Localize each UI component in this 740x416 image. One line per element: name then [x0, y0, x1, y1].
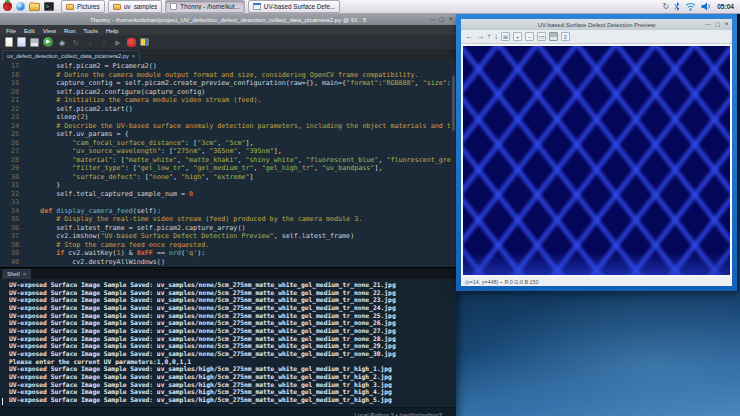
web-browser-icon[interactable] [16, 2, 25, 11]
code-line-38: 38 # Stop the camera feed once requested… [0, 241, 456, 250]
pan-down-icon[interactable]: ↓ [494, 33, 498, 41]
shell-output[interactable]: UV-exposed Surface Image Sample Saved: u… [0, 279, 456, 407]
code-line-25: 25 self.uv_params = { [0, 130, 456, 139]
wifi-icon[interactable] [685, 2, 696, 11]
menu-item-view[interactable]: View [39, 27, 60, 34]
file-manager-icon[interactable] [29, 3, 40, 11]
code-text: cv2.destroyAllWindows() [24, 258, 456, 267]
stop-script-icon[interactable] [127, 38, 136, 47]
minimize-icon[interactable]: — [429, 17, 435, 23]
menu-item-edit[interactable]: Edit [20, 27, 39, 34]
close-icon[interactable]: ✕ [724, 22, 729, 28]
code-text: if cv2.waitKey(1) & 0xFF == ord('q'): [24, 249, 456, 258]
step-over-icon[interactable]: ↻ [71, 37, 81, 47]
shell-line: UV-exposed Surface Image Sample Saved: u… [9, 373, 456, 381]
line-number: 37 [0, 232, 24, 241]
tab-close-icon[interactable]: × [132, 53, 136, 59]
shell-line: Please enter the current UV parameters:1… [9, 358, 456, 366]
code-line-19: 19 capture_config = self.picam2.create_p… [0, 79, 456, 88]
thonny-window-controls: — ▢ ✕ [429, 14, 453, 25]
taskbar-window-label: Pictures [77, 3, 100, 10]
close-icon[interactable]: ✕ [448, 17, 453, 23]
taskbar-window-2[interactable]: Thonny - /home/kut... [165, 0, 245, 13]
minimize-icon[interactable]: — [705, 22, 711, 28]
desktop: { "taskbar": { "launchers": ["raspberry-… [0, 0, 740, 416]
code-line-27: 27 "uv_source_wavelength": ["275nm", "36… [0, 147, 456, 156]
line-number: 39 [0, 249, 24, 258]
line-number: 22 [0, 105, 24, 114]
line-number: 31 [0, 181, 24, 190]
preview-window-title: UV-based Surface Defect Detection Previe… [461, 22, 732, 28]
folder-icon [66, 4, 74, 10]
code-line-31: 31 } [0, 181, 456, 190]
zoom-windows-icon[interactable] [140, 38, 149, 46]
thonny-titlebar[interactable]: Thonny - /home/kutluhan/project_UV_defec… [0, 14, 456, 25]
new-file-icon[interactable] [5, 37, 13, 47]
taskbar-window-0[interactable]: Pictures [61, 0, 105, 13]
maximize-icon[interactable]: ▢ [715, 22, 720, 28]
taskbar: Picturesuv_samplesThonny - /home/kut...U… [0, 0, 740, 14]
code-text: def display_camera_feed(self): [24, 207, 456, 216]
shell-line: UV-exposed Surface Image Sample Saved: u… [9, 304, 456, 312]
code-text: } [24, 181, 456, 190]
shell-tab-close-icon[interactable]: × [23, 271, 27, 277]
taskbar-window-1[interactable]: uv_samples [108, 0, 163, 13]
properties-icon[interactable]: ≡ [561, 32, 570, 41]
shell-tab[interactable]: Shell × [2, 269, 31, 279]
code-text: # Initialize the camera module video str… [24, 96, 456, 105]
updates-icon[interactable]: ↻ [662, 3, 669, 11]
scrollbar-thumb[interactable] [452, 75, 455, 131]
code-line-33: 33 [0, 198, 456, 207]
code-line-37: 37 cv2.imshow("UV-based Surface Defect D… [0, 232, 456, 241]
debug-script-icon[interactable]: ◉ [57, 37, 67, 47]
interpreter-status[interactable]: Local Python 3 • /usr/bin/python3 [354, 412, 442, 416]
menu-item-help[interactable]: Help [102, 27, 123, 34]
menu-item-file[interactable]: File [2, 27, 20, 34]
shell-tab-label: Shell [7, 271, 20, 277]
clock[interactable]: 05:04 [717, 3, 734, 10]
system-tray: ↻ 05:04 [662, 2, 737, 11]
thonny-statusbar: Local Python 3 • /usr/bin/python3 [0, 407, 456, 416]
step-out-icon[interactable]: ↑ [99, 37, 109, 47]
zoom-out-icon[interactable]: − [525, 32, 534, 41]
line-number: 33 [0, 198, 24, 207]
menu-item-tools[interactable]: Tools [79, 27, 101, 34]
volume-icon[interactable] [701, 2, 712, 11]
step-into-icon[interactable]: ↓ [85, 37, 95, 47]
shell-cursor [2, 398, 3, 405]
taskbar-windows: Picturesuv_samplesThonny - /home/kut...U… [61, 0, 662, 13]
line-number: 36 [0, 224, 24, 233]
save-image-icon[interactable] [549, 32, 558, 41]
code-text: "material": ["matte_white", "matte_khaki… [24, 156, 456, 165]
zoom-original-icon[interactable]: ▭ [537, 32, 546, 41]
raspberry-menu-icon[interactable] [3, 2, 12, 11]
line-number: 24 [0, 122, 24, 131]
pan-right-icon[interactable]: → [476, 33, 484, 41]
shell-line: UV-exposed Surface Image Sample Saved: u… [9, 327, 456, 335]
pan-up-icon[interactable]: ↑ [487, 33, 491, 41]
code-line-32: 32 self.total_captured_sample_num = 0 [0, 190, 456, 199]
line-number: 40 [0, 258, 24, 267]
code-text: # Stop the camera feed once requested. [24, 241, 456, 250]
run-script-icon[interactable]: ▶ [43, 37, 53, 47]
taskbar-window-label: UV-based Surface Defe... [264, 3, 335, 10]
code-editor[interactable]: 17 self.picam2 = Picamera2()18 # Define … [0, 61, 456, 267]
code-line-24: 24 # Describe the UV-based surface anoma… [0, 122, 456, 131]
taskbar-window-3[interactable]: UV-based Surface Defe... [248, 0, 340, 13]
zoom-window-icon[interactable]: ⊞ [501, 32, 510, 41]
pan-left-icon[interactable]: ← [465, 33, 473, 41]
save-file-icon[interactable] [30, 38, 39, 47]
maximize-icon[interactable]: ▢ [439, 17, 444, 23]
preview-window-controls: — ▢ ✕ [705, 19, 729, 30]
line-number: 18 [0, 71, 24, 80]
code-line-20: 20 self.picam2.configure(capture_config) [0, 88, 456, 97]
editor-tab[interactable]: uv_defect_detection_collect_data_picamer… [2, 50, 140, 61]
bluetooth-icon[interactable] [674, 2, 680, 11]
shell-lines: UV-exposed Surface Image Sample Saved: u… [9, 281, 456, 404]
menu-item-run[interactable]: Run [60, 27, 79, 34]
open-file-icon[interactable] [17, 37, 26, 47]
resume-script-icon[interactable]: ▶ [113, 37, 123, 47]
preview-titlebar[interactable]: UV-based Surface Defect Detection Previe… [461, 19, 732, 30]
zoom-in-icon[interactable]: + [513, 32, 522, 41]
terminal-icon[interactable] [44, 2, 54, 11]
